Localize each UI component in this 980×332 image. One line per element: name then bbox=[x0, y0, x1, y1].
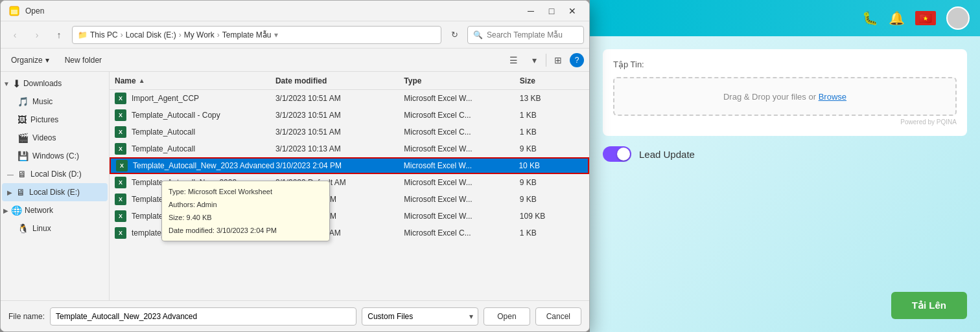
breadcrumb-template: Template Mẫu bbox=[222, 30, 272, 39]
filename-label: File name: bbox=[8, 312, 45, 321]
sidebar-item-videos[interactable]: 🎬 Videos bbox=[2, 129, 108, 147]
file-row[interactable]: X Import_Agent_CCP 3/1/2023 10:51 AM Mic… bbox=[110, 90, 589, 107]
file-size: 10 KB bbox=[519, 161, 583, 170]
file-row[interactable]: X Template_Autocall 3/1/2023 10:13 AM Mi… bbox=[110, 140, 589, 157]
maximize-button[interactable]: □ bbox=[542, 4, 561, 18]
file-type: Microsoft Excel W... bbox=[404, 144, 520, 153]
browse-link[interactable]: Browse bbox=[819, 92, 846, 102]
sidebar-item-locald[interactable]: — 🖥 Local Disk (D:) bbox=[2, 165, 108, 183]
breadcrumb-localdisk: Local Disk (E:) bbox=[126, 30, 176, 39]
sidebar-item-music-label: Music bbox=[32, 97, 52, 106]
excel-icon: X bbox=[115, 126, 126, 138]
file-type: Microsoft Excel W... bbox=[404, 212, 520, 221]
bug-icon[interactable]: 🐛 bbox=[862, 10, 878, 26]
minimize-button[interactable]: ─ bbox=[522, 4, 540, 18]
new-folder-button[interactable]: New folder bbox=[60, 52, 107, 69]
upload-label: Tập Tin: bbox=[613, 60, 957, 69]
sidebar-item-videos-label: Videos bbox=[32, 133, 56, 142]
lead-update-row: Lead Update bbox=[603, 146, 967, 162]
dialog-icon bbox=[8, 5, 20, 17]
file-size: 1 KB bbox=[520, 228, 584, 238]
file-size: 13 KB bbox=[520, 94, 584, 103]
file-type: Microsoft Excel C... bbox=[404, 127, 520, 137]
excel-icon: X bbox=[115, 227, 126, 239]
sidebar-item-locale[interactable]: ▶ 🖥 Local Disk (E:) bbox=[2, 183, 108, 201]
sidebar-item-locale-label: Local Disk (E:) bbox=[29, 188, 80, 197]
right-main: Tập Tin: Drag & Drop your files or Brows… bbox=[590, 36, 980, 332]
sidebar-item-windowsc[interactable]: 💾 Windows (C:) bbox=[2, 147, 108, 165]
excel-icon: X bbox=[115, 93, 126, 104]
excel-icon: X bbox=[115, 194, 126, 205]
close-button[interactable]: ✕ bbox=[563, 4, 581, 18]
file-row[interactable]: X Template_Autocall - Copy 3/1/2023 10:5… bbox=[110, 107, 589, 124]
file-list-area: Name ▲ Date modified Type Size X bbox=[110, 72, 589, 300]
sidebar-network-label: Network bbox=[25, 206, 53, 215]
help-button[interactable]: ? bbox=[570, 53, 584, 67]
title-controls: ─ □ ✕ bbox=[522, 4, 581, 18]
open-button[interactable]: Open bbox=[484, 307, 530, 326]
svg-rect-1 bbox=[11, 10, 18, 14]
file-type: Microsoft Excel W... bbox=[404, 178, 520, 187]
new-folder-label: New folder bbox=[65, 56, 102, 65]
breadcrumb[interactable]: 📁 This PC › Local Disk (E:) › My Work › … bbox=[72, 26, 441, 44]
col-size-header[interactable]: Size bbox=[520, 76, 584, 85]
file-name: Template_Autocall_New_2023 Advanced bbox=[133, 161, 274, 170]
file-row[interactable]: X Template_Autocall_New_2023 Advanced 3/… bbox=[110, 157, 589, 174]
file-name-cell: X Import_Agent_CCP bbox=[115, 93, 275, 104]
sidebar-group-downloads[interactable]: ▼ ⬇ Downloads bbox=[1, 74, 109, 93]
organize-button[interactable]: Organize ▾ bbox=[6, 52, 54, 69]
tooltip-date: Date modified: 3/10/2023 2:04 PM bbox=[169, 224, 323, 237]
tooltip-size: Size: 9.40 KB bbox=[169, 211, 323, 224]
sidebar-group-network[interactable]: ▶ 🌐 Network bbox=[1, 201, 109, 219]
organize-arrow: ▾ bbox=[45, 56, 49, 65]
view-dropdown-button[interactable]: ▾ bbox=[525, 52, 543, 69]
file-row[interactable]: X Template_Autocall 3/1/2023 10:51 AM Mi… bbox=[110, 124, 589, 140]
back-button[interactable]: ‹ bbox=[6, 26, 24, 44]
right-panel: 🐛 🔔 🇻🇳 Tập Tin: Drag & Drop your files o… bbox=[590, 0, 980, 332]
sidebar-item-pictures[interactable]: 🖼 Pictures bbox=[2, 111, 108, 129]
file-type: Microsoft Excel C... bbox=[404, 228, 520, 238]
expand-icon-e: ▶ bbox=[7, 189, 12, 196]
refresh-button[interactable]: ↻ bbox=[445, 26, 463, 44]
expand-icon-d: — bbox=[7, 171, 14, 178]
search-input[interactable] bbox=[487, 30, 578, 39]
sidebar-item-music[interactable]: 🎵 Music bbox=[2, 93, 108, 111]
excel-icon: X bbox=[115, 210, 126, 222]
up-button[interactable]: ↑ bbox=[50, 26, 68, 44]
breadcrumb-thispc: This PC bbox=[90, 30, 118, 39]
sidebar-item-linux[interactable]: 🐧 Linux bbox=[2, 219, 108, 238]
toolbar: Organize ▾ New folder ☰ ▾ ⊞ ? bbox=[1, 49, 589, 72]
search-box[interactable]: 🔍 bbox=[467, 26, 584, 44]
view-list-button[interactable]: ☰ bbox=[504, 52, 522, 69]
lead-update-toggle[interactable] bbox=[603, 146, 631, 162]
toggle-knob bbox=[617, 148, 630, 160]
sidebar-item-linux-label: Linux bbox=[32, 224, 51, 233]
tai-len-button[interactable]: Tải Lên bbox=[891, 292, 967, 319]
upload-area[interactable]: Drag & Drop your files or Browse bbox=[613, 77, 957, 116]
col-date-header[interactable]: Date modified bbox=[275, 76, 404, 85]
file-name-cell: X Template_Autocall bbox=[115, 143, 275, 155]
file-date: 3/1/2023 10:51 AM bbox=[275, 94, 404, 103]
col-type-header[interactable]: Type bbox=[404, 76, 520, 85]
drag-drop-text: Drag & Drop your files or bbox=[723, 92, 816, 102]
sidebar: ▼ ⬇ Downloads 🎵 Music 🖼 Pictures 🎬 bbox=[1, 72, 110, 300]
user-avatar[interactable] bbox=[946, 6, 970, 30]
right-top-bar: 🐛 🔔 🇻🇳 bbox=[590, 0, 980, 36]
file-size: 9 KB bbox=[520, 178, 584, 187]
forward-button[interactable]: › bbox=[28, 26, 46, 44]
excel-icon: X bbox=[115, 109, 126, 121]
sidebar-item-locald-label: Local Disk (D:) bbox=[30, 170, 82, 179]
notification-icon[interactable]: 🔔 bbox=[889, 10, 905, 26]
sidebar-item-pictures-label: Pictures bbox=[30, 115, 58, 124]
view-details-button[interactable]: ⊞ bbox=[549, 52, 567, 69]
col-name-header[interactable]: Name ▲ bbox=[115, 76, 275, 85]
breadcrumb-mywork: My Work bbox=[184, 30, 215, 39]
excel-icon: X bbox=[115, 177, 126, 188]
file-type: Microsoft Excel W... bbox=[404, 195, 520, 204]
open-dialog: Open ─ □ ✕ ‹ › ↑ 📁 This PC › Local Disk … bbox=[0, 0, 590, 332]
filetype-select[interactable]: Custom Files bbox=[362, 307, 478, 326]
file-size: 109 KB bbox=[520, 212, 584, 221]
filename-input[interactable] bbox=[50, 307, 356, 326]
file-tooltip: Type: Microsoft Excel Worksheet Authors:… bbox=[161, 181, 330, 241]
cancel-button[interactable]: Cancel bbox=[535, 307, 581, 326]
